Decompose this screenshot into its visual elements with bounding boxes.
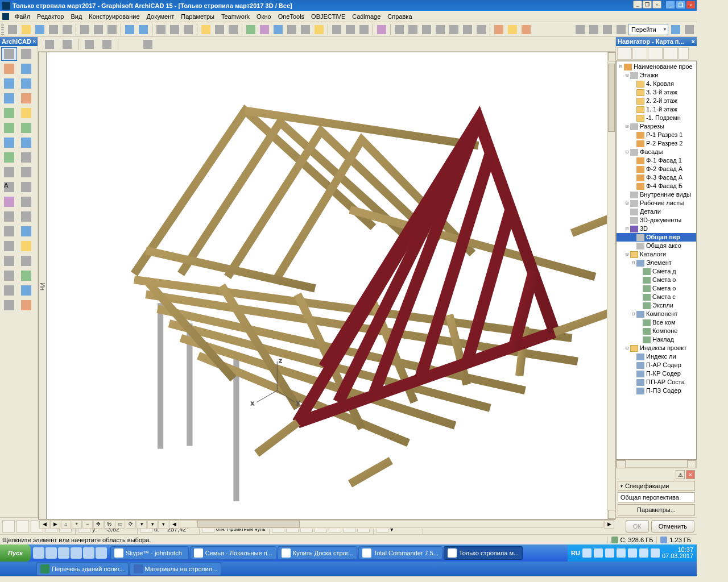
nav-delete-button[interactable]: × bbox=[686, 470, 695, 479]
grid-icon[interactable] bbox=[16, 520, 29, 533]
print-button[interactable] bbox=[61, 23, 73, 36]
snap-button[interactable] bbox=[344, 23, 357, 36]
walk-button[interactable] bbox=[683, 23, 696, 36]
spec-header[interactable]: Спецификации bbox=[618, 481, 695, 491]
view3-button[interactable] bbox=[601, 23, 614, 36]
plot-button[interactable] bbox=[47, 23, 60, 36]
nav-mode1-button[interactable] bbox=[617, 47, 632, 60]
nav-menu-button[interactable] bbox=[679, 47, 689, 60]
trace-button[interactable] bbox=[358, 23, 370, 36]
interior-tool[interactable] bbox=[1, 269, 17, 282]
orbit-button[interactable]: ⟳ bbox=[126, 520, 136, 529]
roof-tool[interactable] bbox=[1, 136, 17, 149]
worksheet-tool[interactable] bbox=[18, 269, 34, 282]
menu-cadimage[interactable]: Cadimage bbox=[349, 12, 384, 21]
task-button[interactable]: Total Commander 7.5... bbox=[358, 546, 442, 560]
grid-button[interactable] bbox=[330, 23, 343, 36]
start-button[interactable]: Пуск bbox=[0, 544, 31, 562]
open-button[interactable] bbox=[20, 23, 32, 36]
render-button[interactable] bbox=[493, 23, 505, 36]
curtainwall-tool[interactable] bbox=[18, 62, 34, 76]
origin-icon[interactable] bbox=[2, 520, 15, 533]
toolbar-grip[interactable] bbox=[1, 24, 4, 35]
mdi-close-button[interactable]: × bbox=[652, 1, 661, 9]
cut-button[interactable] bbox=[78, 23, 91, 36]
mdi-minimize-button[interactable]: _ bbox=[633, 1, 642, 9]
close-button[interactable]: × bbox=[686, 1, 696, 9]
sun-button[interactable] bbox=[313, 23, 325, 36]
magic-button[interactable] bbox=[375, 23, 388, 36]
redo-button[interactable] bbox=[137, 23, 150, 36]
ql-icon[interactable] bbox=[46, 547, 57, 559]
dim-tool[interactable] bbox=[18, 151, 34, 164]
marquee-tool[interactable] bbox=[18, 47, 34, 61]
layers-button[interactable] bbox=[245, 23, 257, 36]
draw1-button[interactable] bbox=[393, 23, 406, 36]
zoom-fit-button[interactable]: ⌂ bbox=[61, 520, 71, 529]
cursor-button[interactable] bbox=[140, 38, 156, 51]
pick-button[interactable] bbox=[155, 23, 167, 36]
nav-next-button[interactable]: ▶ bbox=[50, 520, 60, 529]
nav-mode2-button[interactable] bbox=[632, 47, 647, 60]
geo3-button[interactable] bbox=[81, 38, 97, 51]
draw5-button[interactable] bbox=[448, 23, 460, 36]
draw2-button[interactable] bbox=[407, 23, 419, 36]
radial-tool[interactable] bbox=[1, 165, 17, 179]
scroll-right[interactable]: ▶ bbox=[604, 520, 614, 529]
line-tool[interactable] bbox=[18, 195, 34, 209]
draw3-button[interactable] bbox=[420, 23, 433, 36]
slab-tool[interactable] bbox=[1, 121, 17, 135]
spline-tool[interactable] bbox=[1, 225, 17, 238]
tray-icon[interactable] bbox=[639, 548, 648, 558]
mdi-restore-button[interactable]: ❐ bbox=[643, 1, 652, 9]
ql-icon[interactable] bbox=[58, 547, 69, 559]
task-button[interactable]: Перечень зданий полиг... bbox=[36, 562, 129, 576]
clock[interactable]: 10:37 07.03.2017 bbox=[662, 547, 693, 559]
wall-tool[interactable] bbox=[1, 62, 17, 76]
tray-icon[interactable] bbox=[582, 548, 592, 558]
ql-icon[interactable] bbox=[71, 547, 82, 559]
tray-icon[interactable] bbox=[651, 548, 660, 558]
menu-file[interactable]: Файл bbox=[11, 12, 34, 21]
tray-icon[interactable] bbox=[617, 548, 626, 558]
undo-button[interactable] bbox=[123, 23, 136, 36]
section-tool[interactable] bbox=[1, 254, 17, 268]
mesh-tool[interactable] bbox=[1, 151, 17, 164]
column-tool[interactable] bbox=[1, 77, 17, 90]
menu-onetools[interactable]: OneTools bbox=[275, 12, 308, 21]
navigator-hscrollbar[interactable] bbox=[616, 460, 697, 468]
task-button-active[interactable]: Только стропила м... bbox=[444, 546, 523, 560]
find-button[interactable] bbox=[227, 23, 239, 36]
copy-button[interactable] bbox=[92, 23, 105, 36]
window-tool[interactable] bbox=[1, 92, 17, 105]
paste-button[interactable] bbox=[106, 23, 118, 36]
image-tool[interactable] bbox=[18, 225, 34, 238]
nav-mode4-button[interactable] bbox=[663, 47, 678, 60]
label-tool[interactable] bbox=[18, 180, 34, 194]
nav-prev-button[interactable]: ◀ bbox=[39, 520, 49, 529]
door-tool[interactable] bbox=[18, 92, 34, 105]
camera-button[interactable] bbox=[299, 23, 312, 36]
params-button[interactable]: Параметры... bbox=[618, 504, 695, 516]
toolbox-header[interactable]: ArchiCAD × bbox=[0, 37, 38, 46]
goto-combo[interactable]: Перейти bbox=[628, 24, 668, 35]
nav-warning-button[interactable]: ⚠ bbox=[676, 470, 685, 479]
menu-edit[interactable]: Редактор bbox=[34, 12, 67, 21]
draw4-button[interactable] bbox=[434, 23, 446, 36]
inject-button[interactable] bbox=[182, 23, 195, 36]
stair-tool[interactable] bbox=[18, 121, 34, 135]
section-button[interactable] bbox=[272, 23, 284, 36]
vertical-tab[interactable]: Ин bbox=[39, 52, 47, 519]
geo4-button[interactable] bbox=[99, 38, 115, 51]
vertical-scrollbar[interactable] bbox=[607, 52, 615, 519]
menu-objective[interactable]: OBJECTiVE bbox=[308, 12, 349, 21]
menu-help[interactable]: Справка bbox=[384, 12, 415, 21]
task-button[interactable]: Skype™ - johnbotch bbox=[110, 546, 189, 560]
toolbox-close-icon[interactable]: × bbox=[33, 39, 36, 44]
hotspot-tool[interactable] bbox=[1, 239, 17, 253]
geo2-button[interactable] bbox=[59, 38, 75, 51]
view2-button[interactable] bbox=[588, 23, 600, 36]
menu-teamwork[interactable]: Teamwork bbox=[218, 12, 253, 21]
draw7-button[interactable] bbox=[475, 23, 487, 36]
pan-button[interactable]: ✥ bbox=[93, 520, 104, 529]
